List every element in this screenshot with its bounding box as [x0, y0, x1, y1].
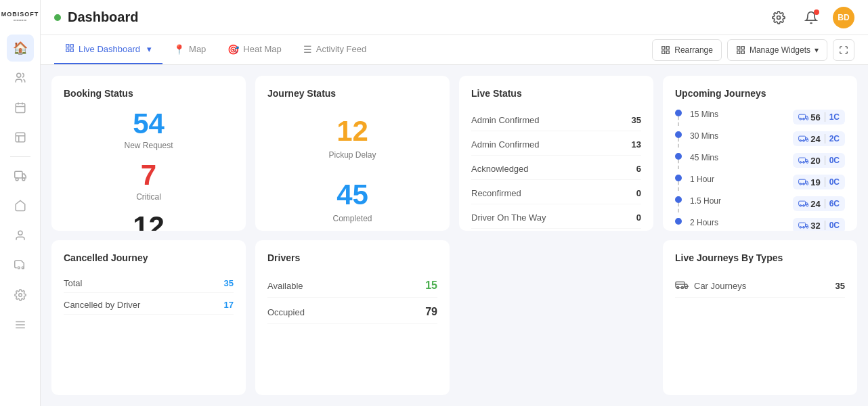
- sidebar-item-reports[interactable]: [7, 124, 34, 151]
- svg-point-7: [16, 178, 18, 181]
- heat-map-icon: 🎯: [227, 44, 239, 55]
- journey-time-5: 2 Hours: [690, 218, 790, 227]
- fullscreen-button[interactable]: [833, 39, 854, 61]
- tabs-bar: Live Dashboard ▾ 📍 Map 🎯 Heat Map ☰ Acti…: [41, 35, 868, 65]
- status-row-1: Admin Confirmed 13: [471, 134, 641, 156]
- driver-label-1: Occupied: [267, 307, 305, 317]
- driver-label-0: Available: [267, 281, 303, 291]
- tab-map[interactable]: 📍 Map: [162, 35, 217, 64]
- svg-rect-17: [66, 45, 69, 47]
- tab-live-dashboard[interactable]: Live Dashboard ▾: [54, 35, 162, 64]
- status-label-0: Admin Confirmed: [471, 115, 539, 125]
- completed-label: Completed: [332, 214, 372, 223]
- sidebar-item-calendar[interactable]: [7, 94, 34, 121]
- manage-widgets-chevron: ▾: [815, 45, 819, 55]
- sidebar-item-vehicles[interactable]: [7, 162, 34, 189]
- rearrange-label: Rearrange: [674, 45, 713, 55]
- status-value-0: 35: [632, 115, 641, 125]
- journey-dot-3: [675, 175, 682, 181]
- drivers-card: Drivers Available 15 Occupied 79: [255, 240, 450, 395]
- logo: MOBISOFT ••••••••: [3, 7, 37, 26]
- new-request-label: New Request: [124, 141, 173, 150]
- svg-rect-5: [16, 133, 25, 142]
- cancelled-value-1: 17: [224, 300, 234, 310]
- journey-time-0: 15 Mins: [690, 110, 790, 119]
- manage-widgets-label: Manage Widgets: [750, 45, 810, 55]
- journey-badge-0: 561C: [793, 110, 845, 125]
- tabs-right: Rearrange Manage Widgets ▾: [652, 39, 854, 61]
- svg-rect-6: [14, 171, 22, 178]
- svg-point-52: [806, 227, 808, 229]
- driver-row-1: Occupied 79: [267, 300, 437, 324]
- header: Dashboard BD: [41, 0, 868, 35]
- booking-status-title: Booking Status: [64, 88, 234, 99]
- pickup-delay-number: 12: [337, 115, 368, 148]
- sidebar-item-cars[interactable]: [7, 252, 34, 279]
- status-label-3: Reconfirmed: [471, 188, 521, 198]
- new-request-stat: 54 New Request: [64, 110, 234, 150]
- sidebar-item-menu[interactable]: [7, 311, 34, 338]
- tab-activity-feed[interactable]: ☰ Activity Feed: [292, 35, 377, 64]
- svg-rect-25: [737, 46, 740, 49]
- logo-text: MOBISOFT: [1, 11, 39, 18]
- status-label-4: Driver On The Way: [471, 212, 546, 223]
- notifications-icon[interactable]: [800, 7, 822, 28]
- status-value-4: 0: [636, 212, 641, 223]
- svg-rect-20: [70, 49, 73, 51]
- driver-row-0: Available 15: [267, 274, 437, 298]
- live-journey-row-0: Car Journeys 35: [675, 274, 845, 298]
- svg-point-44: [806, 183, 808, 185]
- status-row-4: Driver On The Way 0: [471, 207, 641, 229]
- svg-point-36: [806, 140, 808, 142]
- upcoming-journeys-title: Upcoming Journeys: [675, 88, 845, 99]
- sidebar-item-home[interactable]: 🏠: [7, 35, 34, 62]
- booking-status-card: Booking Status 54 New Request 7 Critical…: [51, 76, 246, 231]
- svg-point-8: [22, 178, 25, 181]
- journey-row-5: 2 Hours320C: [675, 218, 845, 231]
- svg-point-11: [22, 267, 24, 269]
- manage-widgets-button[interactable]: Manage Widgets ▾: [727, 39, 827, 61]
- tabs-left: Live Dashboard ▾ 📍 Map 🎯 Heat Map ☰ Acti…: [54, 35, 377, 64]
- cancelled-journey-title: Cancelled Journey: [64, 252, 234, 263]
- sidebar-item-users[interactable]: [7, 64, 34, 91]
- cancelled-row-0: Total 35: [64, 274, 234, 293]
- journey-time-2: 45 Mins: [690, 153, 790, 162]
- completed-number: 45: [337, 179, 368, 211]
- upcoming-journeys-card: Upcoming Journeys 15 Mins561C30 Mins242C…: [663, 76, 857, 231]
- svg-rect-22: [666, 46, 669, 49]
- avatar[interactable]: BD: [833, 7, 854, 28]
- watch-list-number: 12: [133, 212, 165, 231]
- svg-point-32: [806, 118, 808, 120]
- rearrange-button[interactable]: Rearrange: [652, 39, 722, 61]
- map-icon: 📍: [173, 44, 185, 55]
- app-container: MOBISOFT •••••••• 🏠: [0, 0, 868, 406]
- tab-dropdown-icon: ▾: [147, 44, 152, 54]
- svg-point-56: [685, 286, 687, 288]
- journey-badge-1: 242C: [793, 131, 845, 146]
- critical-number: 7: [141, 161, 156, 189]
- sidebar: MOBISOFT •••••••• 🏠: [0, 0, 41, 406]
- svg-point-0: [16, 73, 20, 77]
- live-status-card: Live Status Admin Confirmed 35 Admin Con…: [459, 76, 653, 231]
- settings-icon[interactable]: [768, 7, 789, 28]
- watch-list-stat: 12 Watch List: [64, 212, 234, 231]
- svg-point-40: [806, 162, 808, 164]
- status-value-3: 0: [636, 188, 641, 198]
- sidebar-item-profile[interactable]: [7, 222, 34, 249]
- svg-point-48: [806, 205, 808, 207]
- journey-row-1: 30 Mins242C: [675, 131, 845, 148]
- critical-label: Critical: [136, 192, 161, 202]
- main-content: Dashboard BD Live Dashboa: [41, 0, 868, 406]
- journey-badge-2: 200C: [793, 153, 845, 168]
- svg-point-16: [777, 16, 781, 19]
- tab-heat-map[interactable]: 🎯 Heat Map: [217, 35, 292, 64]
- pickup-delay-label: Pickup Delay: [328, 150, 376, 160]
- critical-stat: 7 Critical: [64, 161, 234, 202]
- tab-heat-map-label: Heat Map: [243, 44, 281, 54]
- sidebar-item-settings[interactable]: [7, 281, 34, 309]
- journey-time-1: 30 Mins: [690, 131, 790, 141]
- status-row-0: Admin Confirmed 35: [471, 110, 641, 131]
- sidebar-item-fleet[interactable]: [7, 192, 34, 219]
- activity-feed-icon: ☰: [303, 44, 312, 55]
- live-journey-label-0: Car Journeys: [694, 281, 746, 291]
